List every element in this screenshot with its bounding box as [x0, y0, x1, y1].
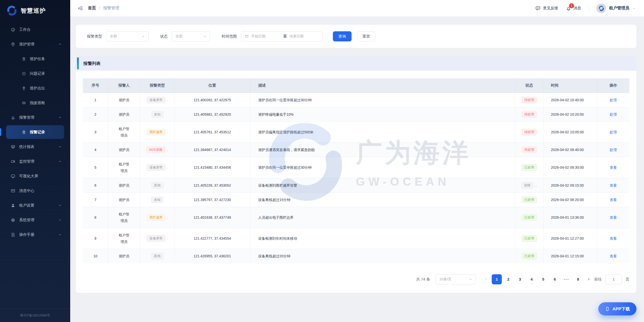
- truncation-dots: ..: [166, 148, 168, 152]
- collapse-sidebar-icon[interactable]: [78, 6, 83, 11]
- sidebar-item-patrol-mgmt[interactable]: 巡护管理: [0, 37, 70, 52]
- sidebar-item-manual[interactable]: 操作手册: [0, 227, 70, 242]
- cell-action: 查看: [597, 157, 629, 178]
- mail-icon: [11, 188, 15, 193]
- sidebar-item-workbench[interactable]: 工作台: [0, 22, 70, 37]
- cell-no: 9: [83, 228, 108, 249]
- cell-action: 处理: [597, 122, 629, 143]
- handle-link[interactable]: 处理: [610, 130, 617, 134]
- cell-location: 121.401638, 37.437749: [175, 207, 250, 228]
- page-8[interactable]: 8: [573, 274, 583, 284]
- page-2[interactable]: 2: [503, 274, 513, 284]
- cell-type: 围栏越界.: [140, 207, 175, 228]
- sidebar-item-alarm-records[interactable]: 报警记录: [6, 125, 64, 139]
- view-link[interactable]: 查看: [610, 165, 617, 169]
- app-download-button[interactable]: APP下载: [598, 302, 636, 315]
- cell-no: 2: [83, 107, 108, 121]
- cell-reporter: 租户管理员: [108, 157, 140, 178]
- cell-time: 2026-04-02 09:40:00: [543, 143, 597, 157]
- cell-type: 设备异常.: [140, 228, 175, 249]
- alarm-type-select[interactable]: 全部: [106, 31, 148, 41]
- reset-button[interactable]: 重置: [357, 31, 375, 41]
- cell-no: 1: [83, 93, 108, 107]
- cell-action: 查看: [597, 228, 629, 249]
- sidebar-item-monitor-mgmt[interactable]: 监控管理: [0, 154, 70, 169]
- cell-type: SOS求救..: [140, 143, 175, 157]
- column-header: 报警人: [108, 78, 140, 93]
- cell-location: 121.400262, 37.422975: [175, 93, 250, 107]
- view-link[interactable]: 查看: [610, 183, 617, 187]
- cell-reporter: 巡护员: [108, 192, 140, 207]
- chevron-down-icon: [632, 7, 636, 10]
- cell-time: 2026-04-02 10:05:00: [543, 122, 597, 143]
- sidebar-item-patrol-points[interactable]: 巡护点位: [0, 81, 70, 95]
- chevron-down-icon: [142, 35, 145, 38]
- page-1[interactable]: 1: [492, 274, 502, 284]
- sidebar-item-issue-records[interactable]: 问题记录: [0, 66, 70, 81]
- sidebar-item-system-mgmt[interactable]: 系统管理: [0, 213, 70, 227]
- cell-status: 待处理: [515, 107, 543, 121]
- breadcrumb-current: 报警管理: [103, 6, 119, 11]
- cell-action: 处理: [597, 143, 629, 157]
- feedback-button[interactable]: 意见反馈: [535, 6, 558, 11]
- cell-no: 3: [83, 122, 108, 143]
- cell-location: 121.415480, 37.434456: [175, 157, 250, 178]
- chevron-down-icon: [58, 204, 62, 207]
- end-date-placeholder: 结束日期: [289, 34, 319, 39]
- status-tag: 已处理: [522, 214, 537, 221]
- status-select[interactable]: 全部: [172, 31, 210, 41]
- page-size-select[interactable]: 10条/页: [436, 274, 476, 284]
- goto-unit: 页: [626, 277, 629, 282]
- cell-status: 已处理: [515, 249, 543, 263]
- topbar: 首页 / 报警管理 意见反馈 1 消息: [70, 0, 644, 17]
- cell-reporter: 租户管理员: [108, 207, 140, 228]
- cell-no: 5: [83, 157, 108, 178]
- avatar: [597, 4, 606, 13]
- handle-link[interactable]: 处理: [610, 148, 617, 152]
- messages-label: 消息: [574, 6, 581, 11]
- cell-action: 处理: [597, 93, 629, 107]
- sidebar-item-message-center[interactable]: 消息中心: [0, 183, 70, 198]
- assign-icon: [22, 101, 26, 105]
- alarm-type-tag: 其他: [151, 182, 163, 189]
- messages-button[interactable]: 1 消息: [566, 6, 581, 11]
- user-menu[interactable]: 租户管理员: [597, 4, 636, 13]
- page-4[interactable]: 4: [527, 274, 537, 284]
- page-ellipsis[interactable]: •••: [561, 274, 572, 284]
- page-5[interactable]: 5: [538, 274, 548, 284]
- date-range-picker[interactable]: 开始日期 至 结束日期: [241, 31, 323, 41]
- alarm-list-panel: 报警列表 广为海洋 GW-OCEAN: [76, 56, 636, 293]
- handle-link[interactable]: 处理: [610, 98, 617, 102]
- chevron-down-icon: [203, 35, 207, 38]
- view-link[interactable]: 查看: [610, 198, 617, 202]
- cell-status: 待处理: [515, 143, 543, 157]
- view-link[interactable]: 查看: [610, 215, 617, 219]
- notification-badge: 1: [569, 3, 574, 8]
- status-tag: 待处理: [522, 129, 537, 135]
- sidebar-item-stats-report[interactable]: 统计报表: [0, 139, 70, 154]
- sidebar: 智慧巡护 工作台巡护管理巡护任务问题记录巡护点位指派巡检报警管理报警记录统计报表…: [0, 0, 70, 322]
- view-link[interactable]: 查看: [610, 254, 617, 258]
- sidebar-item-assign-inspection[interactable]: 指派巡检: [0, 95, 70, 110]
- page-3[interactable]: 3: [515, 274, 525, 284]
- sidebar-item-label: 工作台: [19, 27, 31, 32]
- goto-page-input[interactable]: [605, 274, 622, 284]
- view-link[interactable]: 查看: [610, 236, 617, 240]
- search-button[interactable]: 查询: [333, 31, 352, 41]
- cell-action: 处理: [597, 107, 629, 121]
- sidebar-item-label: 监控管理: [19, 159, 34, 164]
- dashboard-icon: [11, 27, 15, 32]
- handle-link[interactable]: 处理: [610, 112, 617, 116]
- next-page-icon[interactable]: [587, 277, 591, 281]
- sidebar-item-visual-screen[interactable]: 可视化大屏: [0, 169, 70, 183]
- page-6[interactable]: 6: [550, 274, 560, 284]
- truncation-dots: .: [167, 215, 168, 219]
- alarm-type-tag: 未知: [151, 111, 163, 118]
- alarm-table: 序号报警人报警类型位置描述状态时间操作 1巡护员设备异常.121.400262,…: [83, 78, 629, 263]
- breadcrumb-home[interactable]: 首页: [88, 6, 96, 11]
- sidebar-item-alarm-mgmt[interactable]: 报警管理: [0, 110, 70, 125]
- range-separator: 至: [283, 34, 287, 39]
- prev-page-icon[interactable]: [484, 277, 488, 281]
- sidebar-item-tenant-settings[interactable]: 租户设置: [0, 198, 70, 213]
- sidebar-item-patrol-tasks[interactable]: 巡护任务: [0, 52, 70, 66]
